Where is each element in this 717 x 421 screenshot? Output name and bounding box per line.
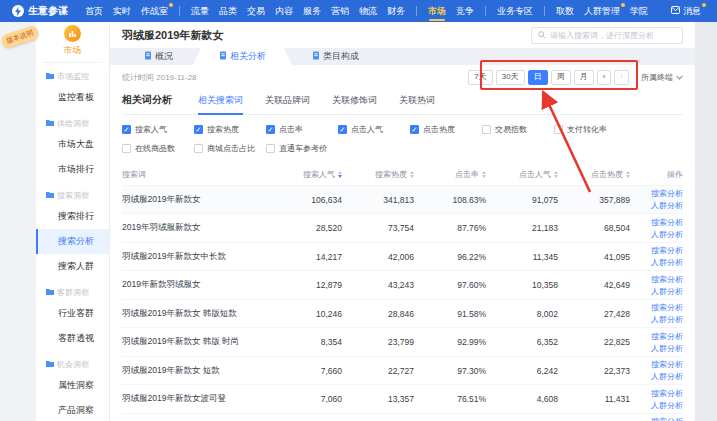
metric-checkbox[interactable]: ✓搜索人气 (122, 124, 194, 135)
action-link[interactable]: 人群分析 (651, 400, 683, 411)
word-tab[interactable]: 相关搜索词 (198, 94, 243, 114)
sidebar-item[interactable]: 搜索人群 (36, 254, 109, 279)
metric-checkbox[interactable]: 交易指数 (482, 124, 554, 135)
value-cell: 14,217 (270, 252, 342, 262)
table-header-cell[interactable]: 搜索热度 (342, 169, 414, 180)
sidebar-item[interactable]: 搜索排行 (36, 204, 109, 229)
nav-item[interactable]: 交易 (242, 0, 270, 22)
action-link[interactable]: 搜索分析 (651, 217, 683, 228)
nav-item[interactable]: 流量 (186, 0, 214, 22)
column-label: 点击热度 (591, 169, 623, 180)
date-range-button[interactable]: 月 (574, 70, 594, 85)
nav-item[interactable]: 实时 (108, 0, 136, 22)
metric-checkbox[interactable]: 支付转化率 (554, 124, 626, 135)
metric-checkbox[interactable]: 商城点击占比 (194, 143, 266, 154)
value-cell: 22,825 (558, 337, 630, 347)
next-period-button[interactable]: › (614, 70, 629, 85)
nav-item[interactable]: 取数 (551, 0, 579, 22)
terminal-dropdown[interactable]: 所属终端 (641, 72, 683, 83)
sidebar-group-label: 客群洞察 (57, 287, 89, 298)
value-cell: 91.58% (414, 309, 486, 319)
page-tab-label: 概况 (155, 50, 173, 63)
sidebar-group-header: 市场监控 (36, 63, 109, 85)
value-cell: 6,352 (486, 337, 558, 347)
sidebar-item[interactable]: 监控看板 (36, 85, 109, 110)
messages-button[interactable]: 消息 (667, 5, 709, 18)
nav-item[interactable]: 竞争 (451, 0, 479, 22)
metric-checkbox[interactable]: 在线商品数 (122, 143, 194, 154)
sidebar-item[interactable]: 搜索分析 (36, 229, 109, 254)
table-header-cell[interactable]: 点击率 (414, 169, 486, 180)
action-link[interactable]: 人群分析 (651, 286, 683, 297)
action-link[interactable]: 搜索分析 (651, 359, 683, 370)
table-header-cell[interactable]: 搜索人气 (270, 169, 342, 180)
sidebar-group-header: 客群洞察 (36, 279, 109, 301)
nav-item[interactable]: 服务 (298, 0, 326, 22)
action-link[interactable]: 搜索分析 (651, 416, 683, 421)
value-cell: 43,243 (342, 280, 414, 290)
metric-checkbox[interactable]: ✓点击热度 (410, 124, 482, 135)
table-header-cell[interactable]: 点击热度 (558, 169, 630, 180)
metric-checkbox[interactable]: ✓点击率 (266, 124, 338, 135)
page-tab[interactable]: 相关分析 (193, 48, 292, 65)
sidebar-item[interactable]: 客群透视 (36, 326, 109, 351)
value-cell: 22,373 (558, 366, 630, 376)
nav-item[interactable]: 品类 (214, 0, 242, 22)
checkbox-icon (122, 144, 131, 153)
scrollbar-track[interactable] (695, 22, 717, 421)
date-range-button[interactable]: 周 (551, 70, 571, 85)
action-link[interactable]: 人群分析 (651, 343, 683, 354)
page-tab[interactable]: 类目构成 (292, 48, 379, 65)
nav-item[interactable]: 业务专区 (492, 0, 538, 22)
nav-item[interactable]: 物流 (354, 0, 382, 22)
value-cell: 68,504 (558, 223, 630, 233)
nav-item[interactable]: 市场 (423, 0, 451, 22)
action-link[interactable]: 搜索分析 (651, 388, 683, 399)
brand[interactable]: 生意参谋 (12, 4, 68, 18)
table-header: 搜索词搜索人气搜索热度点击率点击人气点击热度操作 (122, 165, 683, 185)
date-range-button[interactable]: 7天 (468, 70, 492, 85)
metric-checkbox[interactable]: ✓搜索热度 (194, 124, 266, 135)
sidebar-item[interactable]: 市场排行 (36, 157, 109, 182)
stats-row: 统计时间 2019-11-28 7天30天日周月‹› 所属终端 (110, 65, 695, 91)
action-link[interactable]: 人群分析 (651, 314, 683, 325)
action-link[interactable]: 人群分析 (651, 200, 683, 211)
action-link[interactable]: 搜索分析 (651, 245, 683, 256)
action-link[interactable]: 人群分析 (651, 371, 683, 382)
nav-item[interactable]: 学院 (625, 0, 653, 22)
action-link[interactable]: 搜索分析 (651, 302, 683, 313)
date-range-button[interactable]: 日 (528, 70, 548, 85)
action-link[interactable]: 人群分析 (651, 229, 683, 240)
nav-item[interactable]: 内容 (270, 0, 298, 22)
value-cell: 28,846 (342, 309, 414, 319)
page-tab[interactable]: 概况 (124, 48, 193, 65)
terminal-label: 所属终端 (641, 72, 673, 83)
sidebar-item[interactable]: 行业客群 (36, 301, 109, 326)
word-tab[interactable]: 关联品牌词 (265, 94, 310, 114)
prev-period-button[interactable]: ‹ (597, 70, 612, 85)
word-tab[interactable]: 关联修饰词 (332, 94, 377, 114)
nav-item[interactable]: 首页 (80, 0, 108, 22)
version-note-tag[interactable]: 版本说明 (0, 24, 40, 49)
table-header-cell[interactable]: 点击人气 (486, 169, 558, 180)
nav-item[interactable]: 作战室 (136, 0, 173, 22)
action-link[interactable]: 人群分析 (651, 257, 683, 268)
date-range-button[interactable]: 30天 (496, 70, 525, 85)
metric-checkbox[interactable]: ✓点击人气 (338, 124, 410, 135)
action-link[interactable]: 搜索分析 (651, 274, 683, 285)
sidebar-item[interactable]: 市场大盘 (36, 132, 109, 157)
word-tab[interactable]: 关联热词 (399, 94, 435, 114)
nav-item[interactable]: 营销 (326, 0, 354, 22)
search-input[interactable]: 请输入搜索词，进行深度分析 (531, 27, 683, 44)
metric-checkbox[interactable]: 直通车参考价 (266, 143, 338, 154)
value-cell: 7,060 (270, 394, 342, 404)
action-link[interactable]: 搜索分析 (651, 331, 683, 342)
action-link[interactable]: 搜索分析 (651, 188, 683, 199)
value-cell: 23,799 (342, 337, 414, 347)
value-cell: 76.51% (414, 394, 486, 404)
nav-item[interactable]: 财务 (382, 0, 410, 22)
sidebar-item[interactable]: 属性洞察 (36, 373, 109, 398)
nav-item[interactable]: 人群管理 (579, 0, 625, 22)
sidebar-item[interactable]: 产品洞察 (36, 398, 109, 421)
column-label: 搜索词 (122, 169, 146, 180)
